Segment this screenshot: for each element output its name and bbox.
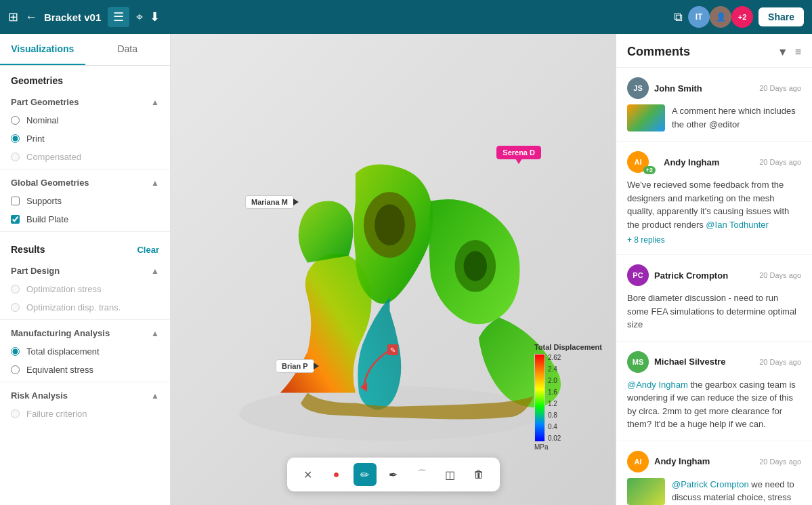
comment-author: Andy Ingham xyxy=(664,157,719,167)
list-icon[interactable]: ☰ xyxy=(108,7,129,27)
avatar-it[interactable]: IT xyxy=(688,6,710,28)
share-button[interactable]: Share xyxy=(758,7,804,26)
global-geometries-title: Global Geometries xyxy=(11,178,89,188)
checkbox-supports[interactable]: Supports xyxy=(0,192,170,210)
toolbar-trash-btn[interactable]: 🗑 xyxy=(467,463,490,486)
comment-item: JS John Smith 20 Days ago A comment here… xyxy=(616,68,812,142)
comment-thumbnail2 xyxy=(627,478,665,505)
svg-point-4 xyxy=(464,251,487,281)
annotation-mariana[interactable]: Mariana M xyxy=(245,195,294,209)
avatar-ai2: AI xyxy=(627,451,649,472)
radio-print[interactable]: Print xyxy=(0,129,170,148)
radio-opt-stress[interactable]: Optimization stress xyxy=(0,280,170,298)
tab-visualizations[interactable]: Visualizations xyxy=(0,34,85,65)
svg-point-2 xyxy=(375,204,404,245)
avatar-pc: PC xyxy=(627,264,649,286)
3d-viewport[interactable]: Serena D Mariana M Brian P ✎ xyxy=(171,34,616,505)
comment-time: 20 Days ago xyxy=(759,158,801,166)
comment-replies[interactable]: + 8 replies xyxy=(627,235,801,245)
color-scale: Total Displacement 2.62 2.4 2.0 1.6 1.2 … xyxy=(534,343,602,451)
filter-icon[interactable]: ▼ xyxy=(777,46,788,58)
comment-body: @Patrick Crompton we need to discuss mat… xyxy=(672,478,801,506)
radio-nominal[interactable]: Nominal xyxy=(0,111,170,129)
project-title: Bracket v01 xyxy=(44,12,101,23)
part-geometries-chevron[interactable]: ▲ xyxy=(151,98,159,107)
comment-time: 20 Days ago xyxy=(759,458,801,466)
color-gradient xyxy=(534,354,545,442)
comment-mention: @Ian Todhunter xyxy=(706,220,768,230)
comment-item: AI Andy Ingham 20 Days ago @Patrick Crom… xyxy=(616,441,812,506)
comment-item: MS Michael Silvestre 20 Days ago @Andy I… xyxy=(616,342,812,441)
color-scale-unit: MPa xyxy=(534,443,549,451)
toolbar-eraser-btn[interactable]: ◫ xyxy=(439,463,462,486)
comment-time: 20 Days ago xyxy=(759,271,801,279)
back-icon[interactable]: ← xyxy=(25,10,37,24)
app-header: ⊞ ← Bracket v01 ☰ ⌖ ⬇ ⧉ IT 👤 +2 Share xyxy=(0,0,812,34)
toolbar-record-btn[interactable]: ● xyxy=(325,463,348,486)
comments-panel: Comments ▼ ≡ JS John Smith 20 Days ago A… xyxy=(616,34,812,505)
comment-thumbnail xyxy=(627,104,665,132)
comment-body: Bore diameter discussion - need to run s… xyxy=(627,291,801,331)
avatar-ms: MS xyxy=(627,351,649,373)
tab-data[interactable]: Data xyxy=(85,34,171,65)
radio-total-displacement[interactable]: Total displacement xyxy=(0,342,170,361)
toolbar-brush-btn[interactable]: ⌒ xyxy=(410,463,433,486)
risk-analysis-title: Risk Analysis xyxy=(11,390,68,401)
panel-header: Comments ▼ ≡ xyxy=(616,34,812,68)
panel-title: Comments xyxy=(627,45,690,59)
comment-body: We've recieved some feedback from the de… xyxy=(627,178,801,231)
comment-author: Patrick Crompton xyxy=(654,270,728,281)
left-sidebar: Visualizations Data Geometries Part Geom… xyxy=(0,34,171,505)
part-design-chevron[interactable]: ▲ xyxy=(151,266,159,276)
checkbox-build-plate[interactable]: Build Plate xyxy=(0,210,170,228)
results-title: Results xyxy=(11,244,45,255)
toolbar-close-btn[interactable]: ✕ xyxy=(297,463,320,486)
comment-time: 20 Days ago xyxy=(759,358,801,366)
avatar-badge: +2 xyxy=(643,166,656,174)
annotation-serena[interactable]: Serena D xyxy=(496,146,541,159)
svg-point-3 xyxy=(454,240,496,292)
svg-point-0 xyxy=(239,386,540,441)
comment-time: 20 Days ago xyxy=(759,84,801,92)
comment-mention: @Andy Ingham xyxy=(627,380,688,390)
toolbar-pencil-btn[interactable]: ✏ xyxy=(354,463,377,486)
geometries-title: Geometries xyxy=(11,75,63,86)
comment-author: Michael Silvestre xyxy=(654,357,726,367)
annotation-brian[interactable]: Brian P xyxy=(276,359,314,373)
svg-rect-6 xyxy=(387,344,398,355)
radio-compensated[interactable]: Compensated xyxy=(0,148,170,166)
color-scale-title: Total Displacement xyxy=(534,343,602,351)
sidebar-tabs: Visualizations Data xyxy=(0,34,170,66)
manufacturing-title: Manufacturing Analysis xyxy=(11,328,110,338)
comment-author: Andy Ingham xyxy=(654,456,710,466)
comment-mention: @Patrick Crompton xyxy=(672,479,749,489)
radio-opt-disp[interactable]: Optimization disp. trans. xyxy=(0,298,170,317)
radio-failure-criterion[interactable]: Failure criterion xyxy=(0,405,170,423)
part-geometries-title: Part Geometries xyxy=(11,97,79,107)
part-design-title: Part Design xyxy=(11,266,60,276)
svg-point-1 xyxy=(364,192,416,258)
avatar-user2[interactable]: 👤 xyxy=(710,6,731,28)
svg-marker-5 xyxy=(360,382,367,392)
radio-equivalent-stress[interactable]: Equivalent stress xyxy=(0,361,170,379)
home-icon[interactable]: ⊞ xyxy=(8,9,18,24)
comment-body: A comment here which includes the other … xyxy=(672,104,801,131)
frames-icon[interactable]: ⧉ xyxy=(674,10,683,24)
global-geometries-chevron[interactable]: ▲ xyxy=(151,178,159,188)
comment-author: John Smith xyxy=(654,83,702,94)
viewport-toolbar: ✕ ● ✏ ✒ ⌒ ◫ 🗑 xyxy=(287,458,500,491)
risk-analysis-chevron[interactable]: ▲ xyxy=(151,391,159,401)
comment-item: AI +2 Andy Ingham 20 Days ago We've reci… xyxy=(616,142,812,255)
color-labels: 2.62 2.4 2.0 1.6 1.2 0.8 0.4 0.02 xyxy=(548,354,561,442)
toolbar-pen-btn[interactable]: ✒ xyxy=(382,463,405,486)
download-icon[interactable]: ⬇ xyxy=(150,9,160,24)
avatar-js: JS xyxy=(627,77,649,99)
manufacturing-chevron[interactable]: ▲ xyxy=(151,329,159,338)
camera-icon[interactable]: ⌖ xyxy=(136,10,143,24)
results-clear[interactable]: Clear xyxy=(137,245,159,255)
svg-text:✎: ✎ xyxy=(390,346,396,354)
avatar-more[interactable]: +2 xyxy=(731,6,753,28)
comment-item: PC Patrick Crompton 20 Days ago Bore dia… xyxy=(616,255,812,342)
comment-body: @Andy Ingham the gearbox casing team is … xyxy=(627,378,801,431)
sort-icon[interactable]: ≡ xyxy=(795,46,801,58)
